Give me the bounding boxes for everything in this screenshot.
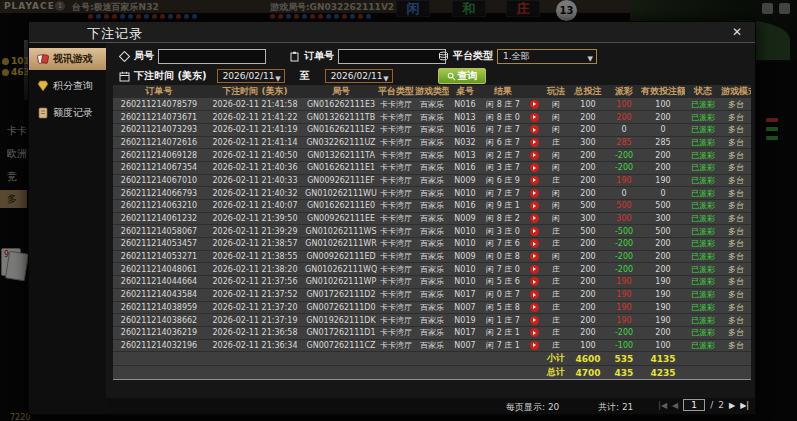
replay-play-icon[interactable] [530,189,539,198]
cell-replay [525,238,543,251]
cell-status: 已派彩 [685,149,721,162]
cell-platform: 卡卡湾厅 [377,212,415,225]
chevron-down-icon: ▼ [588,53,593,66]
replay-play-icon[interactable] [530,328,539,337]
cell-round: GN013262111TB [305,111,377,124]
date-to-picker[interactable]: 2026/02/11 ▼ [325,69,393,83]
cell-status: 已派彩 [685,200,721,213]
cell-round: GN016262111E0 [305,200,377,213]
search-button[interactable]: 查询 [438,68,486,84]
replay-play-icon[interactable] [530,239,539,248]
replay-play-icon[interactable] [530,201,539,210]
calendar-icon [119,71,130,82]
cell-order: 260211214061232 [113,212,205,225]
cell-table_no: N017 [449,288,481,301]
cell-mode: 多台 [721,123,751,136]
cell-payout: 500 [607,200,641,213]
cell-time: 2026-02-11 21:37:56 [205,276,305,289]
bet-time-filter-label: 下注时间 (美东) [134,69,207,83]
replay-play-icon[interactable] [530,227,539,236]
bet-time-filter-group: 下注时间 (美东) 2026/02/11 ▼ 至 2026/02/11 ▼ [119,68,393,84]
cell-bet: 200 [569,250,607,263]
round-input[interactable] [158,49,266,64]
replay-play-icon[interactable] [530,277,539,286]
cell-status: 已派彩 [685,174,721,187]
table-row: 2602112140632102026-02-11 21:40:07GN0162… [113,200,751,213]
cell-time: 2026-02-11 21:36:34 [205,339,305,352]
next-page-icon[interactable]: ▶ [729,401,735,410]
table-row: 2602112140667932026-02-11 21:40:32GN0102… [113,187,751,200]
cell-bet: 100 [569,339,607,352]
modal-title: 下注记录 [87,25,143,43]
round-filter-label: 局号 [134,49,154,63]
cell-valid: 200 [641,326,685,339]
prev-page-icon[interactable]: ◀ [672,401,678,410]
first-page-icon[interactable]: |◀ [658,401,667,410]
cell-result: 闲 0 庄 8 [481,250,525,263]
cell-replay [525,225,543,238]
cell-valid: 200 [641,250,685,263]
cell-valid: 500 [641,225,685,238]
cell-status: 已派彩 [685,123,721,136]
cell-bet: 200 [569,301,607,314]
replay-play-icon[interactable] [530,252,539,261]
cell-round: GN007262111CZ [305,339,377,352]
cell-status: 已派彩 [685,339,721,352]
cell-bet: 200 [569,326,607,339]
cell-result: 闲 7 庄 1 [481,339,525,352]
replay-play-icon[interactable] [530,100,539,109]
replay-play-icon[interactable] [530,176,539,185]
replay-play-icon[interactable] [530,138,539,147]
sidebar-item-credit-records[interactable]: 额度记录 [29,102,106,124]
cell-game: 百家乐 [415,174,449,187]
cell-payout: 100 [607,98,641,111]
replay-play-icon[interactable] [530,151,539,160]
replay-play-icon[interactable] [530,214,539,223]
replay-play-icon[interactable] [530,341,539,350]
cell-order: 260211214066793 [113,187,205,200]
replay-play-icon[interactable] [530,290,539,299]
cell-side: 闲 [543,200,569,213]
cell-table_no: N010 [449,263,481,276]
cell-replay [525,161,543,174]
cell-payout: -200 [607,149,641,162]
cell-side: 庄 [543,301,569,314]
date-from-picker[interactable]: 2026/02/11 ▼ [217,69,285,83]
cell-result: 闲 0 庄 7 [481,288,525,301]
sum-label: 总计 [543,366,569,380]
platform-select[interactable]: 1.全部 ▼ [497,49,597,64]
cell-side: 闲 [543,212,569,225]
cell-order: 260211214069128 [113,149,205,162]
cell-table_no: N010 [449,276,481,289]
cell-valid: 285 [641,136,685,149]
cell-platform: 卡卡湾厅 [377,98,415,111]
cell-time: 2026-02-11 21:41:19 [205,123,305,136]
replay-play-icon[interactable] [530,265,539,274]
close-icon[interactable]: ✕ [732,25,742,39]
cell-payout: 190 [607,314,641,327]
search-button-label: 查询 [458,69,478,83]
replay-play-icon[interactable] [530,113,539,122]
page-number-input[interactable]: 1 [683,399,705,411]
cell-result: 闲 3 庄 0 [481,225,525,238]
cell-mode: 多台 [721,98,751,111]
last-page-icon[interactable]: ▶| [740,401,749,410]
cell-bet: 200 [569,288,607,301]
cell-platform: 卡卡湾厅 [377,314,415,327]
cell-time: 2026-02-11 21:40:33 [205,174,305,187]
replay-play-icon[interactable] [530,125,539,134]
cell-replay [525,149,543,162]
replay-play-icon[interactable] [530,163,539,172]
cell-game: 百家乐 [415,161,449,174]
sidebar-item-points-query[interactable]: 积分查询 [29,75,106,97]
cell-time: 2026-02-11 21:38:20 [205,263,305,276]
column-header: 派彩 [607,85,641,98]
cell-payout: 300 [607,212,641,225]
sidebar-item-video-games[interactable]: 视讯游戏 [29,48,106,70]
replay-play-icon[interactable] [530,303,539,312]
replay-play-icon[interactable] [530,316,539,325]
sum-total-bet: 4700 [569,366,607,380]
cell-order: 260211214073671 [113,111,205,124]
cell-bet: 200 [569,149,607,162]
order-input[interactable] [338,49,446,64]
